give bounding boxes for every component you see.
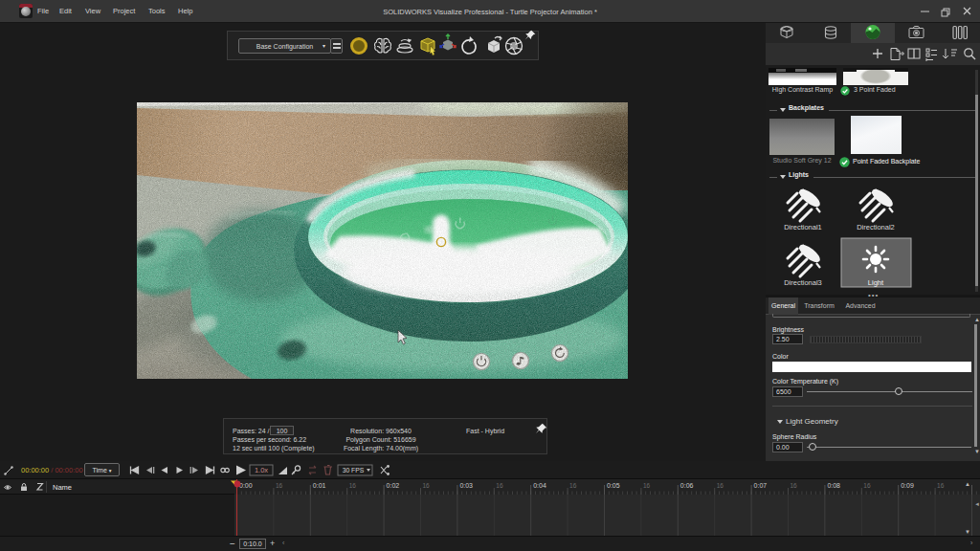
svg-text:0:07: 0:07 xyxy=(754,482,768,489)
svg-text:Light: Light xyxy=(868,278,884,287)
svg-text:1.0x: 1.0x xyxy=(255,466,268,474)
svg-text:0:04: 0:04 xyxy=(533,482,546,489)
svg-text:30 FPS: 30 FPS xyxy=(343,467,365,474)
svg-text:16: 16 xyxy=(276,482,283,489)
svg-text:16: 16 xyxy=(643,482,651,489)
svg-text:16: 16 xyxy=(496,482,503,489)
svg-text:0:05: 0:05 xyxy=(607,482,620,489)
svg-text:0:03: 0:03 xyxy=(459,482,473,489)
svg-text:16: 16 xyxy=(717,482,724,489)
svg-text:0:01: 0:01 xyxy=(313,482,326,489)
svg-text:0:08: 0:08 xyxy=(827,482,840,489)
svg-text:16: 16 xyxy=(569,482,577,489)
svg-text:Directional3: Directional3 xyxy=(784,278,822,287)
svg-text:Directional2: Directional2 xyxy=(857,223,895,231)
svg-text:0:09: 0:09 xyxy=(901,482,914,489)
svg-text:Directional1: Directional1 xyxy=(784,223,822,231)
svg-text:16: 16 xyxy=(791,482,798,489)
svg-text:16: 16 xyxy=(349,482,357,489)
svg-text:16: 16 xyxy=(937,482,945,489)
svg-text:16: 16 xyxy=(423,482,431,489)
svg-text:0:06: 0:06 xyxy=(680,482,694,489)
svg-text:16: 16 xyxy=(863,482,871,489)
svg-text:0:02: 0:02 xyxy=(387,482,400,489)
